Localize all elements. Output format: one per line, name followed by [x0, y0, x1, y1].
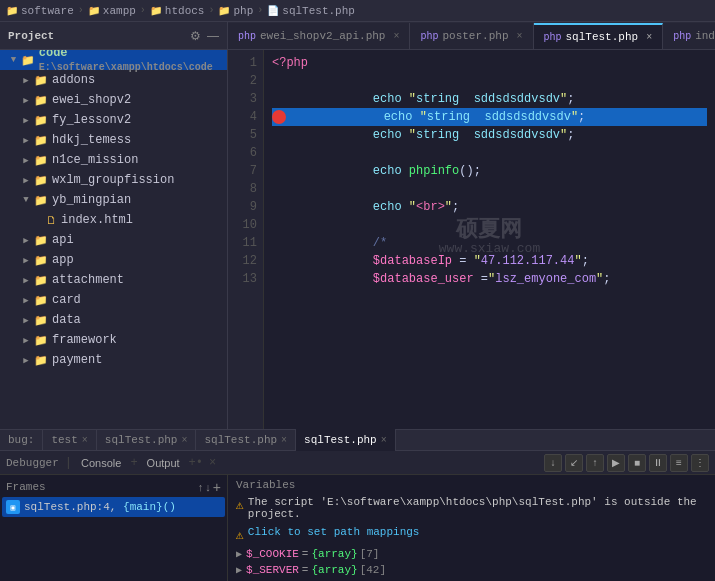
debug-eval-button[interactable]: ≡ — [670, 454, 688, 472]
folder-icon: 📁 — [34, 274, 48, 287]
arrow-icon: ▶ — [20, 155, 32, 166]
php-file-icon: 📄 — [267, 5, 279, 17]
arrow-icon: ▶ — [20, 75, 32, 86]
tab-close-icon[interactable]: × — [181, 435, 187, 446]
expand-arrow-icon: ▶ — [236, 548, 242, 560]
folder-icon: 📁 — [34, 114, 48, 127]
warning-icon: ⚠ — [236, 497, 244, 513]
debug-step-over-button[interactable]: ↓ — [544, 454, 562, 472]
sidebar-header: Project ⚙ — — [0, 22, 227, 50]
warning-icon: ⚠ — [236, 527, 244, 543]
code-line-7: echo phpinfo(); — [272, 162, 707, 180]
tab-close-icon[interactable]: × — [646, 32, 652, 43]
sidebar-item-hdkj[interactable]: ▶ 📁 hdkj_temess — [0, 130, 227, 150]
debug-pause-button[interactable]: ⏸ — [649, 454, 667, 472]
code-lines[interactable]: <?php echo "string sddsdsddvsdv"; echo "… — [264, 50, 715, 429]
tab-close-icon[interactable]: × — [516, 31, 522, 42]
sidebar-item-card[interactable]: ▶ 📁 card — [0, 290, 227, 310]
debug-tab-sqltest3[interactable]: sqlTest.php × — [296, 429, 396, 451]
folder-icon: 📁 — [34, 74, 48, 87]
tab-ewei-shopv2-api[interactable]: php ewei_shopv2_api.php × — [228, 23, 410, 49]
tab-close-icon[interactable]: × — [281, 435, 287, 446]
tab-close-icon[interactable]: × — [381, 435, 387, 446]
sidebar-actions: ⚙ — — [190, 29, 219, 43]
output-button[interactable]: Output — [144, 457, 183, 469]
debug-frames: Frames ↑ ↓ + ▣ sqlTest.php:4, {main}() — [0, 475, 228, 581]
sidebar-item-index-html[interactable]: ▶ 🗋 index.html — [0, 210, 227, 230]
sidebar-collapse-button[interactable]: — — [207, 29, 219, 43]
arrow-icon: ▶ — [20, 355, 32, 366]
sidebar-item-framework[interactable]: ▶ 📁 framework — [0, 330, 227, 350]
debug-step-into-button[interactable]: ↙ — [565, 454, 583, 472]
debug-content: Frames ↑ ↓ + ▣ sqlTest.php:4, {main}() V… — [0, 475, 715, 581]
frame-up-button[interactable]: ↑ — [198, 479, 204, 495]
root-label: code E:\software\xampp\htdocs\code — [39, 50, 227, 74]
debug-stop-button[interactable]: ■ — [628, 454, 646, 472]
path-mappings-link[interactable]: Click to set path mappings — [248, 526, 420, 538]
sidebar-item-fy[interactable]: ▶ 📁 fy_lessonv2 — [0, 110, 227, 130]
debug-toolbar: Debugger | Console + Output +• × ↓ ↙ ↑ ▶… — [0, 451, 715, 475]
debug-breakpoints-button[interactable]: ⋮ — [691, 454, 709, 472]
add-frame-button[interactable]: + — [213, 479, 221, 495]
debug-tab-sqltest1[interactable]: sqlTest.php × — [97, 429, 197, 451]
tab-sqltest-active[interactable]: php sqlTest.php × — [534, 23, 664, 49]
sidebar-item-yb[interactable]: ▼ 📁 yb_mingpian — [0, 190, 227, 210]
frame-icon: ▣ — [6, 500, 20, 514]
sidebar-item-payment[interactable]: ▶ 📁 payment — [0, 350, 227, 370]
arrow-icon: ▶ — [20, 175, 32, 186]
debugger-label: Debugger — [6, 457, 59, 469]
frame-item-main[interactable]: ▣ sqlTest.php:4, {main}() — [2, 497, 225, 517]
debug-step-out-button[interactable]: ↑ — [586, 454, 604, 472]
breadcrumb-file[interactable]: 📄 sqlTest.php — [267, 5, 355, 17]
variables-header: Variables — [232, 477, 711, 493]
debug-tab-bug[interactable]: bug: — [0, 429, 43, 451]
sidebar-item-root[interactable]: ▼ 📁 code E:\software\xampp\htdocs\code — [0, 50, 227, 70]
line-numbers: 1 2 3 4 5 6 7 8 9 10 11 12 13 — [228, 50, 264, 429]
sidebar-item-data[interactable]: ▶ 📁 data — [0, 310, 227, 330]
debug-tab-sqltest2[interactable]: sqlTest.php × — [196, 429, 296, 451]
folder-icon: 📁 — [34, 154, 48, 167]
sidebar-settings-button[interactable]: ⚙ — [190, 29, 201, 43]
debug-controls: ↓ ↙ ↑ ▶ ■ ⏸ ≡ ⋮ — [544, 454, 709, 472]
folder-icon: 📁 — [34, 174, 48, 187]
sidebar-item-app[interactable]: ▶ 📁 app — [0, 250, 227, 270]
sidebar-item-ewei[interactable]: ▶ 📁 ewei_shopv2 — [0, 90, 227, 110]
arrow-icon: ▶ — [20, 295, 32, 306]
arrow-icon: ▶ — [20, 115, 32, 126]
tab-poster[interactable]: php poster.php × — [410, 23, 533, 49]
code-line-1: <?php — [272, 54, 707, 72]
folder-icon: 📁 — [34, 314, 48, 327]
html-file-icon: 🗋 — [46, 214, 57, 227]
breadcrumb-xampp[interactable]: 📁 xampp — [88, 5, 136, 17]
console-button[interactable]: Console — [78, 457, 124, 469]
folder-icon: 📁 — [34, 194, 48, 207]
sidebar-item-n1ce[interactable]: ▶ 📁 n1ce_mission — [0, 150, 227, 170]
folder-icon: 📁 — [218, 5, 230, 17]
tab-close-icon[interactable]: × — [82, 435, 88, 446]
expand-arrow-icon: ▼ — [8, 55, 19, 65]
debug-tab-test[interactable]: test × — [43, 429, 96, 451]
arrow-icon: ▼ — [20, 195, 32, 205]
tab-index[interactable]: php index.p... × — [663, 23, 715, 49]
code-editor[interactable]: 1 2 3 4 5 6 7 8 9 10 11 12 13 <?php — [228, 50, 715, 429]
breadcrumb-htdocs[interactable]: 📁 htdocs — [150, 5, 205, 17]
breadcrumb-software[interactable]: 📁 software — [6, 5, 74, 17]
sidebar: Project ⚙ — ▼ 📁 code E:\software\xampp\h… — [0, 22, 228, 429]
var-row-cookie[interactable]: ▶ $_COOKIE = {array} [7] — [232, 546, 711, 562]
php-icon: php — [420, 31, 438, 42]
sidebar-item-api[interactable]: ▶ 📁 api — [0, 230, 227, 250]
folder-icon: 📁 — [34, 254, 48, 267]
arrow-icon: ▶ — [20, 95, 32, 106]
sidebar-item-wxlm[interactable]: ▶ 📁 wxlm_groupfission — [0, 170, 227, 190]
tab-close-icon[interactable]: × — [393, 31, 399, 42]
code-line-4: echo "string sddsdsddvsdv"; — [272, 108, 707, 126]
arrow-icon: ▶ — [20, 275, 32, 286]
breadcrumb-php[interactable]: 📁 php — [218, 5, 253, 17]
php-icon: php — [673, 31, 691, 42]
debug-run-button[interactable]: ▶ — [607, 454, 625, 472]
folder-icon: 📁 — [6, 5, 18, 17]
frame-down-button[interactable]: ↓ — [205, 479, 211, 495]
var-row-server[interactable]: ▶ $_SERVER = {array} [42] — [232, 562, 711, 578]
sidebar-item-attachment[interactable]: ▶ 📁 attachment — [0, 270, 227, 290]
debug-panel: Debugger | Console + Output +• × ↓ ↙ ↑ ▶… — [0, 451, 715, 581]
